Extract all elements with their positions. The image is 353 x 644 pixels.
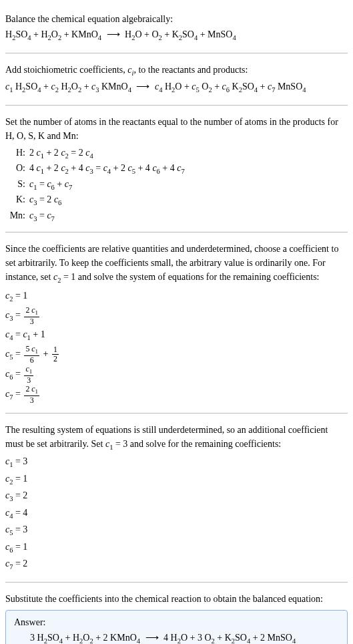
coef-c2: c2 = 1 xyxy=(5,287,348,306)
fraction: 5 c16 xyxy=(24,345,39,365)
divider xyxy=(5,413,348,414)
intro-text: Since the coefficients are relative quan… xyxy=(5,242,348,286)
arrow-icon: ⟶ xyxy=(104,29,123,39)
intro-text: Balance the chemical equation algebraica… xyxy=(5,12,348,26)
coef-c5: c5 = 3 xyxy=(5,522,348,538)
section-add-coefficients: Add stoichiometric coefficients, ci, to … xyxy=(5,56,348,102)
arrow-icon: ⟶ xyxy=(133,82,152,92)
balance-row-mn: Mn: c3 = c7 xyxy=(8,208,348,224)
section-balance-intro: Balance the chemical equation algebraica… xyxy=(5,5,348,50)
answer-label: Answer: xyxy=(14,617,339,628)
intro-text: Add stoichiometric coefficients, ci, to … xyxy=(5,63,348,79)
intro-text: Substitute the coefficients into the che… xyxy=(5,592,348,606)
coef-c4: c4 = c1 + 1 xyxy=(5,326,348,345)
balance-row-h: H: 2 c1 + 2 c2 = 2 c4 xyxy=(8,146,348,162)
section-solve-first: Since the coefficients are relative quan… xyxy=(5,235,348,410)
coef-c3: c3 = 2 c13 xyxy=(5,306,348,326)
stoich-equation: c1 H2SO4 + c2 H2O2 + c3 KMnO4 ⟶ c4 H2O +… xyxy=(5,79,348,96)
balance-row-s: S: c1 = c6 + c7 xyxy=(8,177,348,193)
coef-c2: c2 = 1 xyxy=(5,472,348,488)
divider xyxy=(5,53,348,53)
section-answer: Substitute the coefficients into the che… xyxy=(5,585,348,644)
section-solve-second: The resulting system of equations is sti… xyxy=(5,416,348,579)
divider xyxy=(5,105,348,106)
coef-c7: c7 = 2 c13 xyxy=(5,385,348,405)
coef-c4: c4 = 4 xyxy=(5,506,348,522)
divider xyxy=(5,232,348,232)
eq-rhs: H2O + O2 + K2SO4 + MnSO4 xyxy=(125,29,236,39)
arrow-icon: ⟶ xyxy=(143,633,161,643)
coef-c3: c3 = 2 xyxy=(5,488,348,504)
fraction: 2 c13 xyxy=(24,385,39,405)
unbalanced-equation: H2SO4 + H2O2 + KMnO4 ⟶ H2O + O2 + K2SO4 … xyxy=(5,27,348,43)
coef-c5: c5 = 5 c16 + 12 xyxy=(5,345,348,365)
balanced-equation: 3 H2SO4 + H2O2 + 2 KMnO4 ⟶ 4 H2O + 3 O2 … xyxy=(14,632,339,644)
divider xyxy=(5,582,348,583)
coef-c6: c6 = c13 xyxy=(5,365,348,385)
coef-c6: c6 = 1 xyxy=(5,540,348,556)
fraction: 12 xyxy=(52,345,59,363)
fraction: c13 xyxy=(24,365,33,385)
intro-text: The resulting system of equations is sti… xyxy=(5,423,348,453)
answer-box: Answer: 3 H2SO4 + H2O2 + 2 KMnO4 ⟶ 4 H2O… xyxy=(5,610,348,644)
balance-equations: H: 2 c1 + 2 c2 = 2 c4 O: 4 c1 + 2 c2 + 4… xyxy=(8,146,348,224)
balance-row-k: K: c3 = 2 c6 xyxy=(8,192,348,208)
fraction: 2 c13 xyxy=(24,306,39,326)
section-atom-balance: Set the number of atoms in the reactants… xyxy=(5,108,348,230)
eq-lhs: H2SO4 + H2O2 + KMnO4 xyxy=(5,29,101,39)
intro-text: Set the number of atoms in the reactants… xyxy=(5,115,348,143)
coef-c1: c1 = 3 xyxy=(5,454,348,470)
balance-row-o: O: 4 c1 + 2 c2 + 4 c3 = c4 + 2 c5 + 4 c6… xyxy=(8,161,348,177)
coef-c7: c7 = 2 xyxy=(5,556,348,573)
